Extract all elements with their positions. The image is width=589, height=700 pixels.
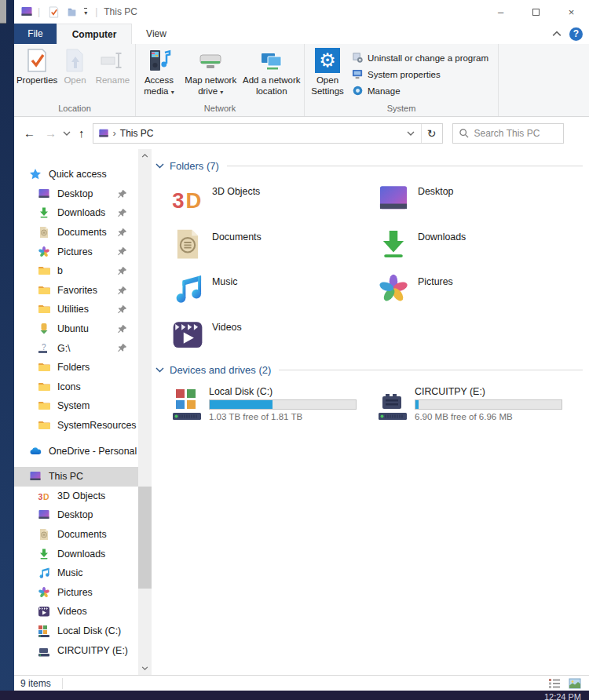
open-settings-button[interactable]: ⚙ Open Settings xyxy=(306,46,349,97)
tab-view[interactable]: View xyxy=(132,24,181,44)
close-button[interactable]: × xyxy=(554,0,589,24)
sidebar-item-quick-access[interactable]: Quick access xyxy=(14,165,138,184)
tab-computer[interactable]: Computer xyxy=(57,24,132,44)
pin-icon xyxy=(117,343,127,353)
manage-label: Manage xyxy=(368,86,401,96)
sidebar-item-g-drive[interactable]: G:\ xyxy=(14,338,138,358)
sidebar-item-desktop[interactable]: Desktop xyxy=(14,505,138,525)
drives-section-header[interactable]: Devices and drives (2) xyxy=(155,363,583,377)
customize-quick-access-toolbar-icon[interactable]: ▾ xyxy=(84,8,87,16)
sidebar-item-folders[interactable]: Folders xyxy=(14,358,138,377)
search-box[interactable] xyxy=(452,123,564,144)
scroll-down-arrow[interactable] xyxy=(138,662,152,675)
sidebar-item-music[interactable]: Music xyxy=(14,563,138,583)
sidebar-label: Quick access xyxy=(49,169,107,180)
folder-item-music[interactable]: Music xyxy=(171,271,377,316)
sidebar-item-documents[interactable]: Documents xyxy=(14,525,138,545)
sidebar-item-favorites[interactable]: Favorites xyxy=(14,281,138,301)
open-button[interactable]: Open xyxy=(58,46,92,86)
status-divider xyxy=(62,678,63,689)
ribbon-group-system: ⚙ Open Settings Uninstall or change a pr… xyxy=(305,44,499,116)
details-view-button[interactable] xyxy=(547,677,562,690)
quick-access-folder-icon[interactable] xyxy=(66,6,78,18)
pin-icon xyxy=(117,246,127,257)
folder-item-videos[interactable]: Videos xyxy=(171,316,377,362)
properties-button[interactable]: Properties xyxy=(16,46,58,86)
sidebar-item-desktop-pinned[interactable]: Desktop xyxy=(14,184,138,204)
sidebar-item-ubuntu[interactable]: Ubuntu xyxy=(14,319,138,339)
maximize-button[interactable] xyxy=(518,0,554,24)
manage-button[interactable]: Manage xyxy=(349,82,492,99)
quick-access-properties-icon[interactable] xyxy=(48,6,60,18)
sidebar-item-videos[interactable]: Videos xyxy=(14,602,138,622)
drive-item-circuitpy-e[interactable]: CIRCUITPY (E:) 6.90 MB free of 6.96 MB xyxy=(377,386,583,435)
thumbnails-view-button[interactable] xyxy=(567,677,583,690)
sidebar-item-systemresources[interactable]: SystemResources xyxy=(14,416,138,436)
sidebar-item-local-disk-c[interactable]: Local Disk (C:) xyxy=(14,622,138,641)
taskbar-clock[interactable]: 12:24 PM xyxy=(544,692,581,700)
sidebar-item-b[interactable]: b xyxy=(14,261,138,281)
usb-drive-icon xyxy=(377,388,408,422)
tab-file[interactable]: File xyxy=(14,24,57,44)
sidebar-item-documents-pinned[interactable]: Documents xyxy=(14,223,138,242)
sidebar-item-circuitpy-e[interactable]: CIRCUITPY (E:) xyxy=(14,640,138,660)
breadcrumb[interactable]: This PC xyxy=(120,128,154,139)
taskbar[interactable]: 12:24 PM xyxy=(0,691,589,700)
folder-item-3d-objects[interactable]: 3D Objects xyxy=(171,180,377,226)
media-server-icon xyxy=(146,48,171,73)
disconnected-drive-icon xyxy=(38,342,50,355)
sidebar-item-onedrive[interactable]: OneDrive - Personal xyxy=(14,441,138,461)
scroll-up-arrow[interactable] xyxy=(138,149,152,162)
uninstall-program-button[interactable]: Uninstall or change a program xyxy=(349,49,492,66)
add-network-location-button[interactable]: Add a network location xyxy=(241,46,303,97)
rename-icon xyxy=(100,48,125,73)
sidebar-item-icons[interactable]: Icons xyxy=(14,377,138,397)
rename-button[interactable]: Rename xyxy=(92,46,134,86)
minimize-button[interactable]: – xyxy=(483,0,518,24)
folders-grid: 3D Objects Desktop Documents Downloads xyxy=(171,180,589,361)
downloads-icon xyxy=(38,548,50,560)
open-label: Open xyxy=(64,75,86,86)
sidebar-item-downloads[interactable]: Downloads xyxy=(14,544,138,563)
search-input[interactable] xyxy=(474,128,557,139)
sidebar-item-3d-objects[interactable]: 3D Objects xyxy=(14,487,138,506)
recent-locations-icon[interactable] xyxy=(63,131,71,136)
sidebar-label: CIRCUITPY (E:) xyxy=(57,645,128,656)
pin-icon xyxy=(117,304,127,315)
folder-icon xyxy=(38,419,50,432)
sidebar-item-pictures[interactable]: Pictures xyxy=(14,582,138,602)
quick-access-star-icon xyxy=(29,168,42,180)
sidebar-item-pictures-pinned[interactable]: Pictures xyxy=(14,242,138,261)
pin-icon xyxy=(117,189,127,199)
sidebar-label: Videos xyxy=(57,606,87,617)
status-bar: 9 items xyxy=(14,675,589,691)
up-button[interactable]: ↑ xyxy=(79,127,85,139)
minimize-ribbon-icon[interactable] xyxy=(552,31,562,37)
folder-item-pictures[interactable]: Pictures xyxy=(377,271,583,316)
sidebar-label: Documents xyxy=(57,227,107,238)
sidebar-item-downloads-pinned[interactable]: Downloads xyxy=(14,203,138,223)
ubuntu-drive-icon xyxy=(38,323,50,335)
sidebar-item-utilities[interactable]: Utilities xyxy=(14,300,138,319)
address-box[interactable]: › This PC ↻ xyxy=(93,123,443,144)
folders-section-header[interactable]: Folders (7) xyxy=(155,159,583,173)
sidebar-item-this-pc[interactable]: This PC xyxy=(14,467,138,487)
sidebar-item-system[interactable]: System xyxy=(14,396,138,416)
scrollbar-thumb[interactable] xyxy=(138,487,152,589)
address-dropdown-icon[interactable] xyxy=(407,131,415,136)
refresh-button[interactable]: ↻ xyxy=(422,127,442,140)
drive-item-local-disk-c[interactable]: Local Disk (C:) 1.03 TB free of 1.81 TB xyxy=(171,386,377,435)
system-properties-button[interactable]: System properties xyxy=(349,66,492,82)
folder-icon xyxy=(38,361,50,374)
map-network-drive-button[interactable]: Map network drive ▾ xyxy=(181,46,241,97)
back-button[interactable]: ← xyxy=(24,127,35,139)
access-media-button[interactable]: Access media ▾ xyxy=(137,46,181,97)
uninstall-icon xyxy=(352,52,364,64)
folder-item-downloads[interactable]: Downloads xyxy=(377,226,583,272)
folder-item-desktop[interactable]: Desktop xyxy=(377,180,583,226)
folder-item-documents[interactable]: Documents xyxy=(171,226,377,272)
forward-button[interactable]: → xyxy=(45,127,57,139)
navigation-pane: Quick access Desktop Downloads Documents xyxy=(14,149,138,675)
help-button[interactable]: ? xyxy=(569,27,583,41)
navigation-scrollbar[interactable] xyxy=(138,149,152,675)
